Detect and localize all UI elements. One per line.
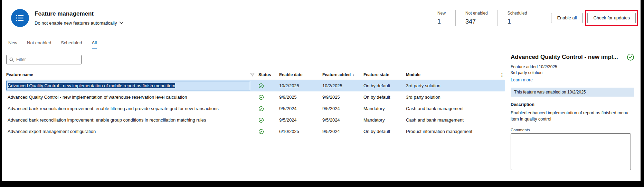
enable-date: 9/5/2024 bbox=[279, 106, 322, 111]
filter-input[interactable] bbox=[16, 57, 78, 62]
stat-scheduled: Scheduled 1 bbox=[498, 11, 537, 25]
status-enabled-icon bbox=[258, 117, 279, 123]
table-header: Feature name Status Enable date Feature … bbox=[6, 72, 505, 80]
comments-textarea[interactable] bbox=[511, 133, 631, 170]
feature-state: On by default bbox=[363, 95, 406, 100]
feature-added: 9/9/2025 bbox=[322, 95, 363, 100]
feature-list-panel: Feature name Status Enable date Feature … bbox=[2, 49, 505, 180]
enable-date: 9/5/2024 bbox=[279, 117, 322, 123]
column-enable-date[interactable]: Enable date bbox=[279, 72, 322, 77]
column-status[interactable]: Status bbox=[258, 72, 279, 77]
column-options-icon[interactable]: ⋮ bbox=[496, 72, 504, 78]
check-for-updates-button[interactable]: Check for updates bbox=[587, 13, 636, 23]
feature-management-icon bbox=[11, 9, 29, 27]
table-row[interactable]: Advanced bank reconciliation improvement… bbox=[6, 114, 505, 126]
stat-scheduled-value: 1 bbox=[508, 18, 527, 25]
feature-stats: New 1 Not enabled 347 Scheduled 1 bbox=[428, 10, 537, 26]
column-module[interactable]: Module bbox=[406, 72, 496, 77]
feature-detail-panel: Advanced Quality Control - new impl... F… bbox=[505, 49, 641, 180]
sort-descending-icon: ↓ bbox=[352, 72, 354, 77]
column-feature-added[interactable]: Feature added ↓ bbox=[322, 72, 363, 77]
feature-state: On by default bbox=[363, 129, 406, 134]
feature-state: Mandatory bbox=[363, 106, 406, 111]
chevron-down-icon bbox=[119, 21, 124, 24]
stat-not-enabled-value: 347 bbox=[465, 18, 488, 25]
module: Product information management bbox=[406, 129, 496, 134]
detail-feature-added: Feature added 10/2/2025 bbox=[511, 64, 634, 70]
feature-name: Advanced bank reconciliation improvement… bbox=[8, 117, 206, 123]
feature-name: Advanced Quality Control - new implement… bbox=[8, 83, 175, 88]
feature-state: Mandatory bbox=[363, 117, 406, 123]
detail-module: 3rd party solution bbox=[511, 70, 634, 76]
feature-management-app: Feature management Do not enable new fea… bbox=[2, 0, 641, 181]
module: 3rd party solution bbox=[406, 95, 496, 100]
feature-name: Advanced export management configuration bbox=[8, 129, 96, 134]
enable-date: 9/9/2025 bbox=[279, 95, 322, 100]
detail-title: Advanced Quality Control - new impl... bbox=[511, 54, 623, 61]
filter-funnel-icon[interactable] bbox=[250, 73, 258, 77]
module: Cash and bank management bbox=[406, 106, 496, 111]
auto-enable-dropdown[interactable]: Do not enable new features automatically bbox=[35, 20, 124, 26]
feature-added: 9/5/2024 bbox=[322, 129, 363, 134]
stat-new-label: New bbox=[437, 11, 446, 16]
comments-label: Comments bbox=[511, 128, 634, 132]
enable-date: 6/10/2025 bbox=[279, 129, 322, 134]
list-icon bbox=[15, 13, 25, 23]
tab-all[interactable]: All bbox=[92, 40, 97, 49]
enable-date: 10/2/2025 bbox=[279, 83, 322, 88]
stat-not-enabled-label: Not enabled bbox=[465, 11, 488, 16]
column-feature-added-label: Feature added bbox=[322, 72, 351, 77]
table-row[interactable]: Advanced Quality Control - new implement… bbox=[6, 91, 505, 103]
feature-name: Advanced bank reconciliation improvement… bbox=[8, 106, 219, 111]
auto-enable-dropdown-label: Do not enable new features automatically bbox=[35, 20, 117, 26]
table-row[interactable]: Advanced bank reconciliation improvement… bbox=[6, 103, 505, 114]
status-enabled-icon bbox=[258, 95, 279, 100]
feature-state: On by default bbox=[363, 83, 406, 88]
feature-added: 10/2/2025 bbox=[322, 83, 363, 88]
description-text: Enabled enhanced implementation of repor… bbox=[511, 110, 632, 122]
feature-added: 9/5/2024 bbox=[322, 106, 363, 111]
view-tabs: New Not enabled Scheduled All bbox=[2, 36, 641, 49]
stat-new: New 1 bbox=[428, 11, 455, 25]
module: 3rd party solution bbox=[406, 83, 496, 88]
table-row[interactable]: Advanced export management configuration… bbox=[6, 126, 505, 137]
feature-added: 9/5/2024 bbox=[322, 117, 363, 123]
learn-more-link[interactable]: Learn more bbox=[511, 78, 533, 82]
column-feature-name[interactable]: Feature name bbox=[6, 72, 250, 77]
status-enabled-icon bbox=[258, 129, 279, 134]
page-header: Feature management Do not enable new fea… bbox=[2, 0, 641, 36]
stat-new-value: 1 bbox=[437, 18, 446, 25]
tab-scheduled[interactable]: Scheduled bbox=[61, 40, 82, 49]
enabled-check-icon bbox=[627, 53, 634, 61]
status-enabled-icon bbox=[258, 106, 279, 112]
tab-not-enabled[interactable]: Not enabled bbox=[27, 40, 51, 49]
description-label: Description bbox=[511, 102, 634, 107]
stat-scheduled-label: Scheduled bbox=[508, 11, 527, 16]
feature-name: Advanced Quality Control - new implement… bbox=[8, 95, 187, 100]
stat-not-enabled: Not enabled 347 bbox=[456, 11, 498, 25]
enabled-banner: This feature was enabled on 10/2/2025 bbox=[511, 88, 634, 97]
table-row[interactable]: Advanced Quality Control - new implement… bbox=[6, 80, 505, 91]
status-enabled-icon bbox=[258, 83, 279, 89]
page-title: Feature management bbox=[35, 10, 124, 17]
filter-field[interactable] bbox=[6, 55, 82, 64]
module: Cash and bank management bbox=[406, 117, 496, 123]
funnel-icon bbox=[250, 73, 255, 77]
column-feature-state[interactable]: Feature state bbox=[363, 72, 406, 77]
search-icon bbox=[9, 57, 14, 62]
enable-all-button[interactable]: Enable all bbox=[551, 13, 583, 23]
tab-new[interactable]: New bbox=[8, 40, 17, 49]
